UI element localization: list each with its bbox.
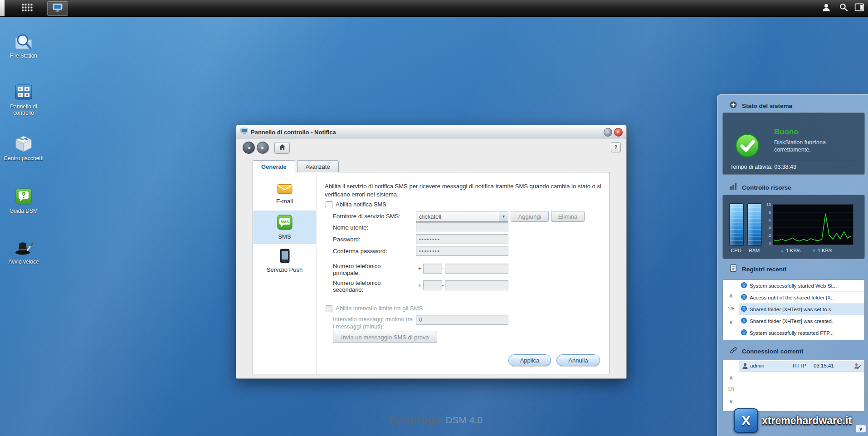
info-icon: [741, 282, 747, 290]
help-button[interactable]: ?: [611, 142, 621, 152]
connection-protocol: HTTP: [793, 363, 806, 368]
apply-button[interactable]: Applica: [508, 354, 551, 366]
desktop-icon-label: Avvio veloce: [3, 259, 44, 265]
log-row: Access right of the shared folder [X...: [739, 292, 864, 304]
interval-input[interactable]: 0: [416, 315, 508, 325]
dsm-watermark: SynologyDSM 4.0: [372, 413, 499, 426]
log-row: Shared folder [XHTest] was set to s...: [739, 304, 864, 315]
cpu-meter: [729, 203, 744, 246]
current-connections-header[interactable]: Connessioni correnti: [729, 346, 803, 356]
phone2-dash: -: [442, 282, 444, 289]
desktop-icon-package-center[interactable]: Centro pacchetti: [3, 133, 44, 162]
confirm-password-input[interactable]: ••••••••: [416, 246, 508, 256]
provider-label: Fornitore di servizio SMS:: [333, 213, 400, 220]
search-button[interactable]: [835, 1, 852, 15]
phone2-number-input[interactable]: [445, 280, 508, 290]
nav-item-label: E-mail: [276, 198, 293, 205]
username-input[interactable]: [416, 222, 508, 232]
section-title: Stato del sistema: [742, 103, 792, 109]
phone1-dash: -: [442, 265, 444, 272]
phone2-country-input[interactable]: [423, 280, 442, 290]
divider: [728, 160, 859, 160]
delete-provider-button[interactable]: Elimina: [551, 211, 585, 222]
enable-sms-label: Abilita notifica SMS: [336, 201, 386, 208]
ram-label: RAM: [747, 248, 761, 253]
magic-hat-icon: [13, 237, 34, 258]
interval-label: Intervallo messaggi minimo tra i messagg…: [333, 316, 414, 331]
desktop-icon-quick-start[interactable]: Avvio veloce: [3, 237, 44, 265]
connection-row: admin HTTP 03:15:41: [739, 361, 864, 372]
logs-page-down-button[interactable]: ∨: [726, 319, 736, 325]
chevron-down-icon: ▼: [499, 211, 508, 221]
connections-page-up-button[interactable]: ∧: [726, 375, 736, 381]
tab-avanzate[interactable]: Avanzate: [297, 160, 339, 172]
section-title: Controllo risorse: [742, 184, 791, 191]
interval-limit-label: Abilita intervallo limite tra gli SMS: [336, 305, 423, 312]
minimize-button[interactable]: –: [604, 128, 612, 137]
home-button[interactable]: [274, 142, 290, 154]
log-document-icon: [729, 264, 737, 274]
site-watermark-text: xtremehardware.it: [762, 415, 852, 427]
resource-monitor-panel: CPU RAM 10 8 6 4 2 0 ▲ 1 KB/s: [722, 195, 865, 259]
system-status-header[interactable]: Stato del sistema: [729, 101, 792, 111]
info-icon: [741, 329, 747, 337]
desktop-icon-dsm-help[interactable]: Guida DSM: [3, 186, 44, 215]
password-input[interactable]: ••••••••: [416, 234, 508, 244]
system-status-panel: Buono DiskStation funziona correttamente…: [722, 113, 865, 175]
forward-button[interactable]: ►: [257, 142, 269, 154]
logs-page-up-button[interactable]: ∧: [726, 293, 736, 299]
add-provider-button[interactable]: Aggiungi: [511, 211, 549, 222]
tab-generale[interactable]: Generale: [253, 160, 295, 173]
recent-logs-panel: ∧ 1/5 ∨ System successfully started Web …: [722, 279, 865, 340]
dsm-help-icon: [13, 186, 34, 207]
provider-selected-value: clickatell: [416, 213, 499, 220]
window-title: Pannello di controllo - Notifica: [251, 129, 336, 136]
widget-panel-toggle-button[interactable]: [853, 1, 866, 15]
cancel-button[interactable]: Annulla: [556, 354, 600, 366]
connections-page-down-button[interactable]: ∨: [726, 398, 736, 404]
tab-bar: Generale Avanzate: [253, 160, 341, 173]
back-button[interactable]: ◄: [243, 142, 255, 154]
desktop-icon-file-station[interactable]: File Station: [3, 31, 44, 59]
y-tick: 0: [763, 241, 771, 245]
phone1-label: Numero telefonico principale:: [333, 263, 408, 276]
window-titlebar[interactable]: Pannello di controllo - Notifica – ×: [236, 125, 626, 139]
network-chart: [773, 204, 853, 245]
phone1-number-input[interactable]: [445, 264, 508, 274]
file-station-icon: [13, 31, 34, 52]
nav-item-sms[interactable]: SMS SMS: [253, 211, 316, 244]
network-chart-line: [773, 205, 853, 245]
nav-item-label: SMS: [278, 233, 291, 240]
section-title: Connessioni correnti: [742, 348, 803, 355]
desktop-icon-label: File Station: [3, 53, 44, 59]
package-center-icon: [13, 133, 34, 154]
upload-rate: ▲ 1 KB/s: [780, 248, 800, 253]
sidebar-collapse-button[interactable]: ∨: [856, 425, 866, 432]
send-test-sms-button[interactable]: Invia un messaggio SMS di prova: [333, 332, 437, 343]
top-bar: [0, 0, 868, 17]
enable-sms-checkbox[interactable]: [326, 201, 332, 208]
log-text: System successfully restarted FTP...: [750, 330, 834, 336]
ram-meter: [747, 203, 762, 246]
panel-icon: [854, 3, 864, 14]
recent-logs-header[interactable]: Registri recenti: [729, 264, 786, 274]
interval-limit-checkbox[interactable]: [326, 305, 332, 312]
window-monitor-icon: [53, 3, 63, 14]
phone1-country-input[interactable]: [423, 264, 442, 274]
nav-item-push-service[interactable]: Servizio Push: [253, 244, 316, 278]
kick-connection-icon[interactable]: [853, 363, 861, 372]
taskbar-item-control-panel[interactable]: [47, 1, 68, 16]
search-icon: [839, 3, 848, 14]
resource-monitor-header[interactable]: Controllo risorse: [729, 182, 791, 192]
close-button[interactable]: ×: [614, 128, 623, 137]
log-row: System successfully restarted FTP...: [739, 327, 864, 339]
main-menu-button[interactable]: [16, 1, 38, 15]
y-tick: 10: [763, 202, 771, 207]
user-menu-button[interactable]: [818, 1, 834, 15]
window-title-icon: [240, 127, 248, 137]
nav-item-email[interactable]: E-mail: [253, 177, 316, 211]
provider-select[interactable]: clickatell ▼: [416, 211, 508, 222]
info-icon: [741, 317, 747, 325]
desktop-icon-control-panel[interactable]: Pannello di controllo: [3, 82, 44, 117]
log-text: Shared folder [XHTest] was created.: [750, 318, 833, 324]
